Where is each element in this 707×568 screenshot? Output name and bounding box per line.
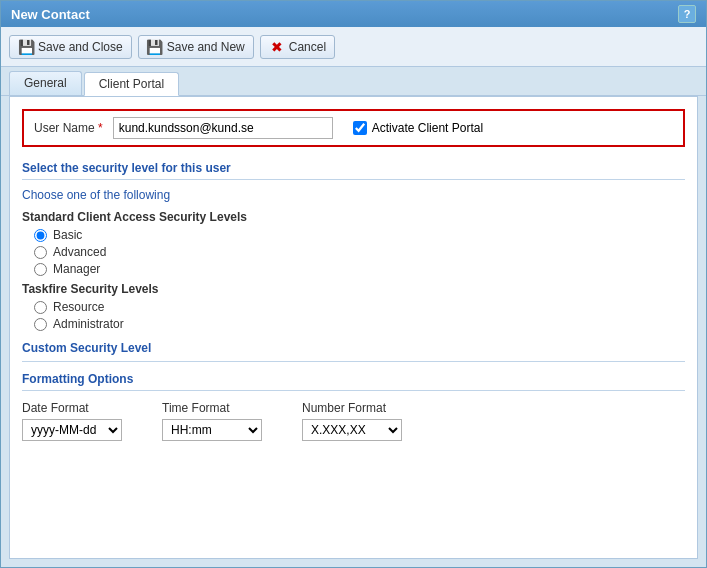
formatting-title: Formatting Options (22, 372, 685, 386)
date-format-select[interactable]: yyyy-MM-dd MM/dd/yyyy dd/MM/yyyy (22, 419, 122, 441)
save-new-button[interactable]: 💾 Save and New (138, 35, 254, 59)
radio-administrator-label: Administrator (53, 317, 124, 331)
cancel-icon: ✖ (269, 39, 285, 55)
window-title: New Contact (11, 7, 90, 22)
save-new-label: Save and New (167, 40, 245, 54)
custom-security-divider (22, 361, 685, 362)
activate-portal-checkbox[interactable] (353, 121, 367, 135)
radio-manager-input[interactable] (34, 263, 47, 276)
user-name-label: User Name * (34, 121, 103, 135)
time-format-field: Time Format HH:mm hh:mm AM/PM (162, 401, 262, 441)
title-bar: New Contact ? (1, 1, 706, 27)
activate-portal-group: Activate Client Portal (353, 121, 483, 135)
radio-administrator: Administrator (34, 317, 685, 331)
tab-bar: General Client Portal (1, 67, 706, 96)
formatting-section: Formatting Options Date Format yyyy-MM-d… (22, 372, 685, 441)
radio-resource-label: Resource (53, 300, 104, 314)
security-subtitle: Choose one of the following (22, 188, 685, 202)
save-new-icon: 💾 (147, 39, 163, 55)
new-contact-window: New Contact ? 💾 Save and Close 💾 Save an… (0, 0, 707, 568)
formatting-divider (22, 390, 685, 391)
save-close-icon: 💾 (18, 39, 34, 55)
radio-advanced: Advanced (34, 245, 685, 259)
radio-manager: Manager (34, 262, 685, 276)
radio-basic-label: Basic (53, 228, 82, 242)
number-format-select[interactable]: X.XXX,XX X,XXX.XX (302, 419, 402, 441)
cancel-label: Cancel (289, 40, 326, 54)
radio-administrator-input[interactable] (34, 318, 47, 331)
format-row: Date Format yyyy-MM-dd MM/dd/yyyy dd/MM/… (22, 401, 685, 441)
radio-basic: Basic (34, 228, 685, 242)
radio-advanced-input[interactable] (34, 246, 47, 259)
security-section-title: Select the security level for this user (22, 161, 685, 175)
radio-manager-label: Manager (53, 262, 100, 276)
required-mark: * (98, 121, 103, 135)
custom-security-label: Custom Security Level (22, 341, 685, 355)
save-close-label: Save and Close (38, 40, 123, 54)
tab-general[interactable]: General (9, 71, 82, 95)
tab-client-portal[interactable]: Client Portal (84, 72, 179, 96)
user-name-input[interactable] (113, 117, 333, 139)
help-button[interactable]: ? (678, 5, 696, 23)
standard-group-title: Standard Client Access Security Levels (22, 210, 685, 224)
activate-portal-label: Activate Client Portal (372, 121, 483, 135)
time-format-label: Time Format (162, 401, 262, 415)
radio-basic-input[interactable] (34, 229, 47, 242)
toolbar: 💾 Save and Close 💾 Save and New ✖ Cancel (1, 27, 706, 67)
radio-resource: Resource (34, 300, 685, 314)
number-format-label: Number Format (302, 401, 402, 415)
radio-advanced-label: Advanced (53, 245, 106, 259)
time-format-select[interactable]: HH:mm hh:mm AM/PM (162, 419, 262, 441)
date-format-field: Date Format yyyy-MM-dd MM/dd/yyyy dd/MM/… (22, 401, 122, 441)
main-content: User Name * Activate Client Portal Selec… (9, 96, 698, 559)
taskfire-group-title: Taskfire Security Levels (22, 282, 685, 296)
user-name-row: User Name * Activate Client Portal (22, 109, 685, 147)
security-divider (22, 179, 685, 180)
cancel-button[interactable]: ✖ Cancel (260, 35, 335, 59)
number-format-field: Number Format X.XXX,XX X,XXX.XX (302, 401, 402, 441)
date-format-label: Date Format (22, 401, 122, 415)
save-close-button[interactable]: 💾 Save and Close (9, 35, 132, 59)
radio-resource-input[interactable] (34, 301, 47, 314)
